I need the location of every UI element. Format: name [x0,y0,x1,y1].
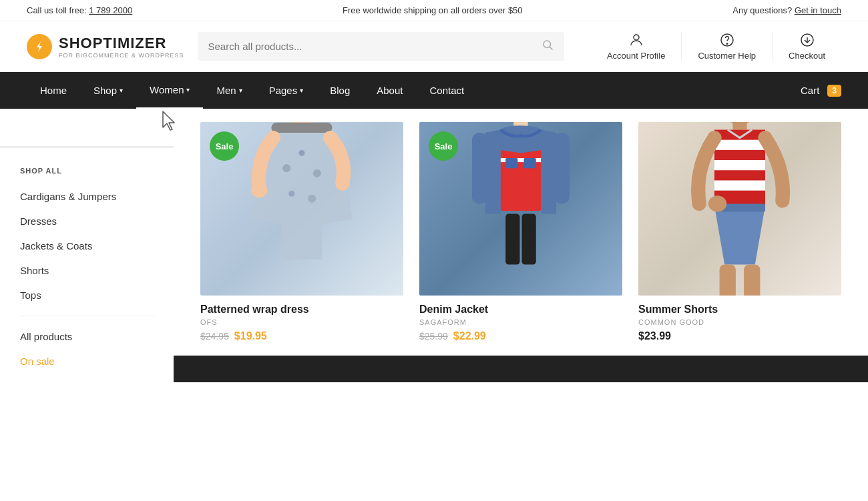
svg-point-13 [282,164,290,172]
svg-point-17 [308,195,316,203]
search-icon [541,39,554,54]
svg-rect-9 [271,123,332,133]
header-actions: Account Profile Customer Help Checkout [591,32,841,61]
logo-text: SHOPTIMIZER FOR BIGCOMMERCE & WORDPRESS [59,35,184,59]
dropdown-item-dresses[interactable]: Dresses [0,209,174,233]
chevron-down-icon: ▾ [300,87,303,94]
dropdown-item-cardigans[interactable]: Cardigans & Jumpers [0,184,174,209]
nav-item-home[interactable]: Home [27,73,80,108]
content-area: SHOP ALL Cardigans & Jumpers Dresses Jac… [0,109,868,356]
cart-button[interactable]: Cart 3 [801,85,841,97]
search-input[interactable] [208,41,536,52]
svg-rect-31 [505,214,519,265]
product-brand-jacket: SAGAFORM [419,318,622,326]
price-original-dress: $24.95 [200,331,229,342]
product-image-wrap-dress: Sale [200,122,403,296]
nav-left: Home Shop ▾ Women ▾ Men ▾ Pages ▾ Blog [27,72,477,109]
product-image-wrap-shorts [638,122,841,296]
price-sale-jacket: $22.99 [453,330,486,342]
shorts-figure [638,122,841,296]
header: SHOPTIMIZER FOR BIGCOMMERCE & WORDPRESS … [0,21,868,72]
logo-icon [27,34,52,59]
product-info-dress: Patterned wrap dress OFS $24.95 $19.95 [200,296,403,342]
dropdown-on-sale[interactable]: On sale [0,349,174,374]
chevron-down-icon: ▾ [186,86,190,93]
nav-item-contact[interactable]: Contact [416,73,477,108]
product-card-shorts[interactable]: Summer Shorts COMMON GOOD $23.99 [638,122,841,342]
products-grid: Sale Patterned wrap dress OFS $24.95 $19… [200,122,841,342]
dropdown-divider [20,316,154,316]
customer-help-button[interactable]: Customer Help [682,32,773,61]
top-bar-right: Any questions? Get in touch [732,5,841,15]
top-bar-left: Call us toll free: 1 789 2000 [27,5,132,15]
svg-rect-43 [714,170,765,180]
top-bar-center: Free worldwide shipping on all orders ov… [343,5,523,15]
product-image-wrap-jacket: Sale [419,122,622,296]
contact-link[interactable]: Get in touch [795,5,841,15]
chevron-down-icon: ▾ [239,87,242,94]
phone-link[interactable]: 1 789 2000 [89,5,132,15]
nav-item-women[interactable]: Women ▾ [136,72,203,109]
sale-badge-dress: Sale [210,131,239,161]
product-price-shorts: $23.99 [638,330,841,342]
product-image-shorts [638,122,841,296]
nav-item-men[interactable]: Men ▾ [203,73,255,108]
checkout-icon [799,32,815,48]
svg-rect-33 [472,133,487,203]
dropdown-all-products[interactable]: All products [0,324,174,349]
cursor-pointer-icon [160,109,179,127]
svg-rect-30 [524,158,536,168]
svg-point-18 [251,183,267,197]
product-brand-shorts: COMMON GOOD [638,318,841,326]
product-info-jacket: Denim Jacket SAGAFORM $25.99 $22.99 [419,296,622,342]
svg-line-2 [550,47,552,49]
chevron-down-icon: ▾ [120,87,123,94]
product-price-jacket: $25.99 $22.99 [419,330,622,342]
svg-marker-0 [37,41,42,52]
nav-item-shop[interactable]: Shop ▾ [80,73,136,108]
price-regular-shorts: $23.99 [638,330,671,342]
search-bar[interactable] [198,32,564,61]
product-info-shorts: Summer Shorts COMMON GOOD $23.99 [638,296,841,342]
product-name-dress: Patterned wrap dress [200,304,403,316]
svg-rect-34 [554,133,570,203]
svg-rect-42 [714,150,765,160]
checkout-button[interactable]: Checkout [773,32,841,61]
svg-rect-29 [505,158,517,168]
account-profile-button[interactable]: Account Profile [591,32,682,61]
nav-item-about[interactable]: About [363,73,416,108]
nav-item-pages[interactable]: Pages ▾ [256,73,317,108]
lightning-icon [33,40,46,53]
svg-point-3 [634,35,639,40]
product-card-dress[interactable]: Sale Patterned wrap dress OFS $24.95 $19… [200,122,403,342]
sale-badge-jacket: Sale [429,131,458,161]
svg-rect-32 [522,214,536,265]
svg-point-1 [544,41,551,48]
product-card-jacket[interactable]: Sale Denim Jacket SAGAFORM $25.99 $22.99 [419,122,622,342]
price-original-jacket: $25.99 [419,331,448,342]
main-nav: Home Shop ▾ Women ▾ Men ▾ Pages ▾ Blog [0,72,868,109]
shop-all-label: SHOP ALL [0,161,174,184]
svg-rect-46 [720,265,736,296]
product-brand-dress: OFS [200,318,403,326]
svg-point-15 [313,169,321,177]
cart-count-badge: 3 [827,85,841,97]
dropdown-item-jackets[interactable]: Jackets & Coats [0,233,174,258]
svg-point-5 [726,43,728,45]
product-price-dress: $24.95 $19.95 [200,330,403,342]
logo[interactable]: SHOPTIMIZER FOR BIGCOMMERCE & WORDPRESS [27,34,184,59]
svg-point-16 [288,191,294,197]
svg-rect-47 [744,265,760,296]
product-name-shorts: Summer Shorts [638,304,841,316]
price-sale-dress: $19.95 [234,330,267,342]
svg-point-48 [708,195,726,211]
person-icon [628,32,644,48]
dropdown-item-tops[interactable]: Tops [0,283,174,308]
product-name-jacket: Denim Jacket [419,304,622,316]
dropdown-item-shorts[interactable]: Shorts [0,258,174,283]
nav-item-blog[interactable]: Blog [316,73,363,108]
women-dropdown: SHOP ALL Cardigans & Jumpers Dresses Jac… [0,146,174,382]
top-bar: Call us toll free: 1 789 2000 Free world… [0,0,868,21]
help-icon [719,32,735,48]
products-area: Sale Patterned wrap dress OFS $24.95 $19… [187,109,868,356]
